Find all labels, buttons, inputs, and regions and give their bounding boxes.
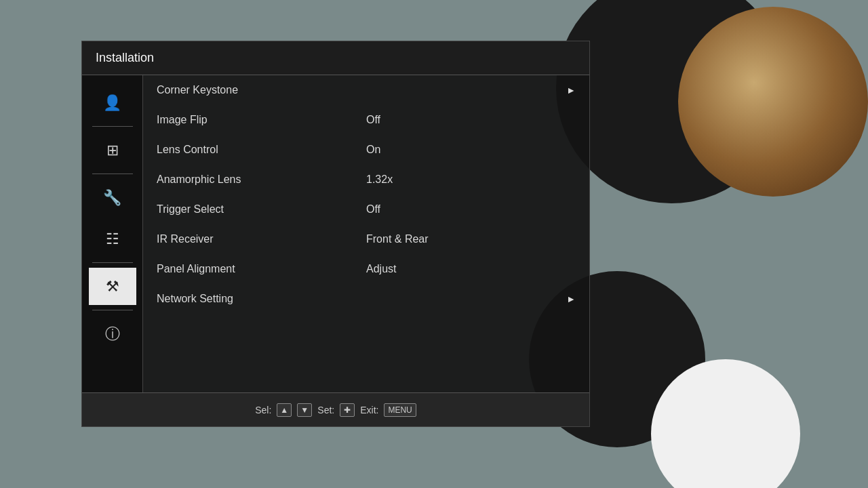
panel-alignment-label: Panel Alignment [157,263,366,275]
sidebar-item-image[interactable]: ⊞ [89,131,136,169]
menu-item-corner-keystone[interactable]: Corner Keystone ► [143,75,589,105]
menu-title: Installation [96,51,154,64]
corner-keystone-arrow: ► [566,85,576,96]
set-key: ✚ [340,403,355,417]
down-key: ▼ [297,403,312,417]
corner-keystone-label: Corner Keystone [157,84,366,96]
menu-panel: Installation 👤 ⊞ 🔧 ☷ ⚒ [81,41,590,427]
anamorphic-lens-label: Anamorphic Lens [157,174,366,186]
installation-icon: ⚒ [106,278,119,296]
sidebar: 👤 ⊞ 🔧 ☷ ⚒ ⓘ [82,75,143,392]
lens-control-value: On [366,144,576,156]
panel-alignment-value: Adjust [366,263,576,275]
exit-label: Exit: [360,405,378,415]
sidebar-item-installation[interactable]: ⚒ [89,268,136,305]
title-bar: Installation [82,41,589,75]
status-bar: Sel: ▲ ▼ Set: ✚ Exit: MENU [82,392,589,426]
content-area: 👤 ⊞ 🔧 ☷ ⚒ ⓘ [82,75,589,392]
sidebar-item-info[interactable]: ⓘ [89,315,136,352]
menu-icon: ☷ [106,230,119,248]
image-flip-label: Image Flip [157,114,366,126]
sidebar-item-setup[interactable]: 🔧 [89,179,136,216]
sidebar-item-display[interactable]: 👤 [89,84,136,121]
menu-item-anamorphic-lens[interactable]: Anamorphic Lens 1.32x [143,165,589,195]
trigger-select-value: Off [366,203,576,216]
image-icon: ⊞ [106,142,119,159]
info-icon: ⓘ [105,324,120,344]
up-key: ▲ [277,403,292,417]
image-flip-value: Off [366,114,576,126]
menu-list: Corner Keystone ► Image Flip Off Lens Co… [143,75,589,392]
menu-item-trigger-select[interactable]: Trigger Select Off [143,195,589,224]
trigger-select-label: Trigger Select [157,203,366,216]
lens-control-label: Lens Control [157,144,366,156]
sidebar-divider-3 [92,262,133,263]
sidebar-divider-1 [92,126,133,127]
set-label: Set: [317,405,334,415]
menu-item-image-flip[interactable]: Image Flip Off [143,105,589,135]
sel-label: Sel: [255,405,271,415]
menu-item-ir-receiver[interactable]: IR Receiver Front & Rear [143,224,589,254]
ir-receiver-label: IR Receiver [157,233,366,245]
anamorphic-lens-value: 1.32x [366,174,576,186]
sidebar-divider-2 [92,174,133,174]
setup-icon: 🔧 [103,189,121,207]
network-setting-arrow: ► [566,293,576,304]
ir-receiver-value: Front & Rear [366,233,576,245]
network-setting-label: Network Setting [157,293,366,305]
menu-item-panel-alignment[interactable]: Panel Alignment Adjust [143,254,589,284]
bg-moon [678,7,868,197]
menu-item-lens-control[interactable]: Lens Control On [143,135,589,165]
sidebar-item-menu[interactable]: ☷ [89,220,136,258]
menu-key: MENU [384,403,416,417]
sidebar-divider-4 [92,310,133,310]
display-icon: 👤 [103,94,121,112]
menu-item-network-setting[interactable]: Network Setting ► [143,284,589,314]
